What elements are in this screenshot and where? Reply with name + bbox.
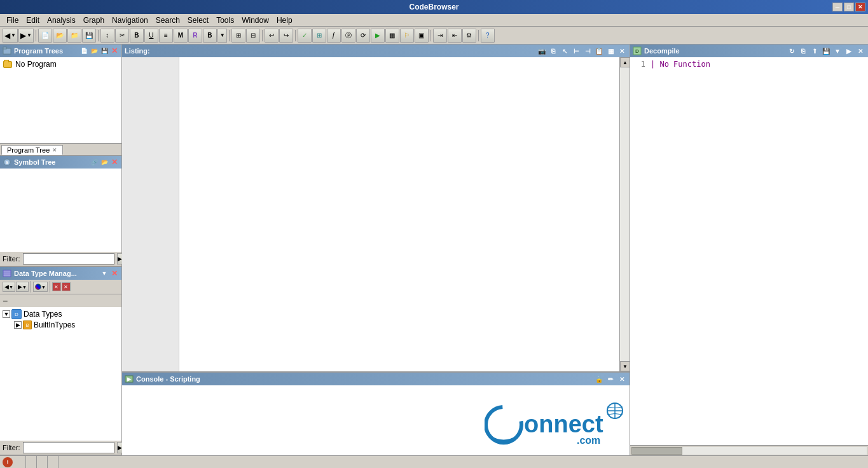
- toolbar-func-button[interactable]: ƒ: [327, 29, 341, 43]
- console-content[interactable]: onnect .com: [122, 385, 630, 455]
- listing-scroll-track[interactable]: [620, 67, 630, 361]
- dtm-close-icon[interactable]: ✕: [110, 269, 119, 278]
- toolbar-open2-button[interactable]: 📁: [67, 29, 81, 43]
- listing-camera-icon[interactable]: 📷: [537, 46, 547, 56]
- toolbar-undo-button[interactable]: ↩: [265, 29, 279, 43]
- toolbar-open-button[interactable]: 📂: [53, 29, 67, 43]
- menu-select[interactable]: Select: [184, 15, 212, 26]
- toolbar-code-dropdown[interactable]: ▼: [217, 29, 227, 43]
- listing-nav1-icon[interactable]: ⊢: [571, 46, 581, 56]
- toolbar-code-button[interactable]: B: [203, 29, 217, 43]
- toolbar-forward-dropdown[interactable]: ▶▼: [18, 29, 34, 43]
- no-program-item[interactable]: No Program: [1, 59, 120, 70]
- menu-graph[interactable]: Graph: [79, 15, 108, 26]
- decompile-dropdown-icon[interactable]: ▼: [832, 46, 843, 56]
- decompile-close-icon[interactable]: ✕: [855, 46, 865, 56]
- menu-navigation[interactable]: Navigation: [108, 15, 152, 26]
- toolbar-terminal-button[interactable]: ▣: [415, 29, 429, 43]
- program-tree-tab-close[interactable]: ✕: [52, 147, 57, 153]
- toolbar-func2-button[interactable]: Ⓟ: [341, 29, 355, 43]
- decompile-export-icon[interactable]: ⇑: [809, 46, 820, 56]
- toolbar-ref-button[interactable]: R: [188, 29, 202, 43]
- symbol-tree-filter-input[interactable]: [23, 253, 114, 265]
- toolbar-run-button[interactable]: ▶: [371, 29, 385, 43]
- toolbar-list-button[interactable]: ≡: [159, 29, 173, 43]
- listing-cursor-icon[interactable]: ↖: [560, 46, 570, 56]
- decompile-expand-icon[interactable]: ▶: [844, 46, 854, 56]
- toolbar-config-button[interactable]: ⚙: [462, 29, 476, 43]
- decompile-save-icon[interactable]: 💾: [821, 46, 831, 56]
- dtm-data-types-item[interactable]: ▼ D Data Types: [1, 308, 120, 320]
- decompile-hscroll-thumb[interactable]: [631, 447, 682, 455]
- listing-close-icon[interactable]: ✕: [617, 46, 627, 56]
- listing-nav2-icon[interactable]: ⊣: [582, 46, 593, 56]
- close-button[interactable]: ✕: [855, 3, 865, 11]
- toolbar-check-button[interactable]: ✓: [298, 29, 312, 43]
- listing-main[interactable]: [179, 57, 619, 371]
- decompile-hscroll-track[interactable]: [631, 447, 867, 455]
- toolbar-decompile2-button[interactable]: ⊟: [246, 29, 260, 43]
- dtm-filter1-button[interactable]: ✕: [52, 282, 61, 291]
- toolbar-decompile1-button[interactable]: ⊞: [231, 29, 245, 43]
- symbol-tree-open-icon[interactable]: 📂: [100, 158, 109, 167]
- menu-edit[interactable]: Edit: [22, 15, 43, 26]
- toolbar-loop-button[interactable]: ⟳: [356, 29, 370, 43]
- center-panel: Listing: 📷 ⎘ ↖ ⊢ ⊣ 📋 ▦ ✕ ▲ ▼: [122, 45, 630, 455]
- console-edit-icon[interactable]: ✏: [605, 374, 616, 384]
- menu-file[interactable]: File: [3, 15, 22, 26]
- toolbar-bold-button[interactable]: B: [130, 29, 144, 43]
- decompile-hscrollbar[interactable]: [630, 445, 868, 455]
- program-trees-save-icon[interactable]: 💾: [100, 46, 109, 55]
- toolbar-redo-button[interactable]: ↪: [279, 29, 293, 43]
- symbol-tree-link-icon[interactable]: 🔗: [90, 158, 99, 167]
- listing-view-icon[interactable]: ▦: [605, 46, 616, 56]
- dtm-data-types-icon: D: [11, 309, 22, 319]
- toolbar-mark-button[interactable]: M: [174, 29, 188, 43]
- toolbar-save-button[interactable]: 💾: [82, 29, 96, 43]
- toolbar-back-dropdown[interactable]: ◀▼: [3, 29, 18, 43]
- listing-copy2-icon[interactable]: 📋: [594, 46, 604, 56]
- decompile-no-function: | No Function: [651, 60, 710, 69]
- toolbar-sort-button[interactable]: ↕: [100, 29, 114, 43]
- menu-tools[interactable]: Tools: [212, 15, 238, 26]
- listing-copy-icon[interactable]: ⎘: [548, 46, 558, 56]
- dtm-filter-input[interactable]: [23, 442, 114, 453]
- symbol-tree-close-icon[interactable]: ✕: [110, 158, 119, 167]
- dtm-built-in-types-toggle[interactable]: ▶: [14, 321, 22, 329]
- dtm-filter2-button[interactable]: ✕: [62, 282, 71, 291]
- program-trees-close-icon[interactable]: ✕: [110, 46, 119, 55]
- toolbar-new-button[interactable]: 📄: [38, 29, 52, 43]
- program-trees-new-icon[interactable]: 📄: [79, 46, 88, 55]
- dtm-minus-button[interactable]: −: [3, 296, 8, 306]
- dtm-color-dropdown[interactable]: ▼: [33, 282, 48, 292]
- toolbar-import-button[interactable]: ⇤: [448, 29, 462, 43]
- dtm-back-dropdown[interactable]: ◀▼: [3, 282, 15, 292]
- listing-scroll-down[interactable]: ▼: [620, 361, 630, 371]
- dtm-data-types-toggle[interactable]: ▼: [3, 310, 10, 318]
- toolbar-grid-button[interactable]: ⊞: [312, 29, 326, 43]
- minimize-button[interactable]: ─: [832, 3, 843, 11]
- toolbar-export-button[interactable]: ⇥: [433, 29, 447, 43]
- listing-scroll-up[interactable]: ▲: [620, 57, 630, 67]
- toolbar-display-button[interactable]: ▦: [385, 29, 399, 43]
- toolbar-help-button[interactable]: ?: [481, 29, 495, 43]
- maximize-button[interactable]: □: [844, 3, 854, 11]
- menu-help[interactable]: Help: [273, 15, 296, 26]
- menu-analysis[interactable]: Analysis: [43, 15, 79, 26]
- program-trees-open-icon[interactable]: 📂: [90, 46, 99, 55]
- toolbar-separator-4: [262, 30, 263, 41]
- status-error-icon[interactable]: !: [3, 457, 13, 467]
- decompile-refresh-icon[interactable]: ↻: [787, 46, 797, 56]
- program-tree-tab[interactable]: Program Tree ✕: [1, 145, 63, 155]
- dtm-forward-dropdown[interactable]: ▶▼: [16, 282, 29, 292]
- menu-window[interactable]: Window: [238, 15, 273, 26]
- toolbar-underline-button[interactable]: U: [144, 29, 158, 43]
- console-close-icon[interactable]: ✕: [617, 374, 627, 384]
- menu-search[interactable]: Search: [152, 15, 184, 26]
- decompile-copy1-icon[interactable]: ⎘: [798, 46, 808, 56]
- toolbar-cut-button[interactable]: ✂: [115, 29, 129, 43]
- toolbar-flag-button[interactable]: ⚐: [400, 29, 414, 43]
- dtm-expand-icon[interactable]: ▼: [100, 269, 109, 278]
- console-lock-icon[interactable]: 🔒: [594, 374, 604, 384]
- dtm-built-in-types-item[interactable]: ▶ B BuiltInTypes: [1, 320, 120, 330]
